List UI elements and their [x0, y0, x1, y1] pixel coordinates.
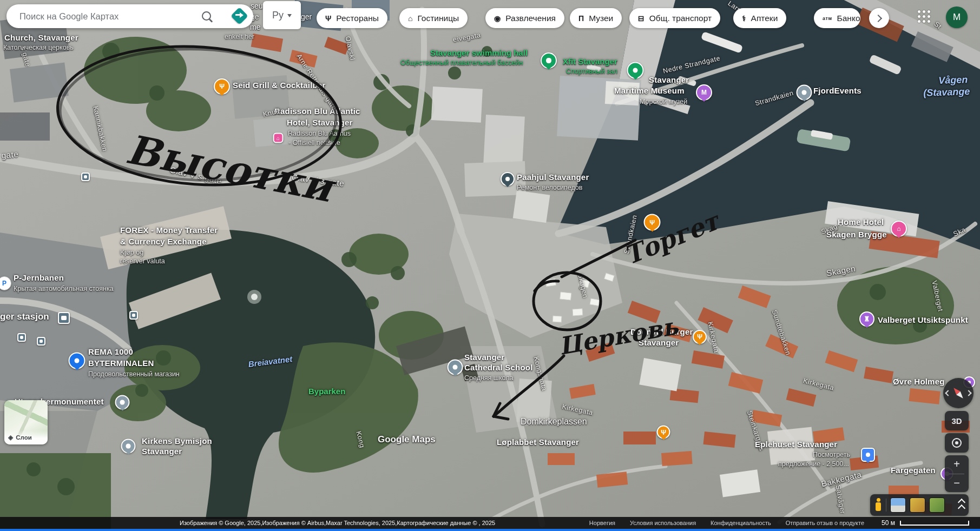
map-canvas[interactable]: Church, StavangerКатолическая церковьs g…	[0, 0, 980, 531]
street-olav-v-s-gate-1: Olav V s gate	[169, 165, 222, 185]
imagery-layer-thumbnail[interactable]	[910, 497, 925, 513]
pin-torget-restaurant[interactable]: Ψ	[644, 214, 661, 231]
search-icon[interactable]	[202, 11, 211, 21]
label-rema-2[interactable]: BYTERMINALEN	[88, 359, 154, 368]
streetview-layers-bar[interactable]	[870, 494, 969, 516]
pin-fjordevents[interactable]	[797, 85, 812, 101]
search-input[interactable]	[18, 11, 194, 22]
label-radisson-1[interactable]: Radisson Blu Atlantic	[274, 107, 360, 116]
label-paahjul-1[interactable]: Paahjul Stavanger	[517, 173, 589, 182]
pegman-icon[interactable]	[874, 498, 882, 512]
zoom-out-button[interactable]: −	[945, 474, 969, 493]
chip-restaurants[interactable]: Ψ Рестораны	[317, 8, 387, 28]
label-radisson-2[interactable]: Hotel, Stavanger	[287, 118, 353, 127]
street-skagen-market: Skagen	[576, 273, 588, 299]
directions-button[interactable]	[231, 7, 249, 25]
pin-valberget-tower[interactable]: ♜	[859, 311, 874, 327]
label-forex-1[interactable]: FOREX - Money Transfer	[120, 226, 218, 235]
street-olav-v-s-gate-2: Olav V s gate	[291, 173, 345, 188]
compass-control[interactable]	[943, 378, 974, 408]
streetview-layer-thumbnail[interactable]	[890, 497, 906, 513]
street-kirkegata-2: Kirkegata	[706, 321, 720, 354]
chip-museums[interactable]: Π Музеи	[570, 8, 622, 28]
footer-link-privacy[interactable]: Конфиденциальность	[711, 520, 771, 526]
label-rema-1[interactable]: REMA 1000	[88, 348, 133, 356]
label-cathedral-school-1[interactable]: Stavanger	[464, 353, 504, 362]
google-apps-icon[interactable]	[918, 10, 930, 23]
label-maritime-1[interactable]: Stavanger	[649, 76, 689, 84]
street-sundtebakken: Sundtebakken	[771, 309, 792, 356]
pin-seid-grill-restaurant[interactable]: Ψ	[214, 78, 230, 95]
footer-link-feedback[interactable]: Отправить отзыв о продукте	[786, 520, 864, 526]
chip-attractions[interactable]: ◉ Развлечения	[485, 8, 564, 28]
pin-xfit-gym[interactable]	[627, 62, 644, 79]
pin-rema-grocery[interactable]	[69, 353, 85, 369]
my-location-button[interactable]	[945, 433, 969, 453]
label-valberget-utsiktspunkt[interactable]: Valberget Utsiktspunkt	[878, 316, 968, 324]
zoom-in-button[interactable]: +	[945, 455, 969, 474]
pin-cathedral-school[interactable]	[448, 360, 463, 375]
pin-bus-stop-1[interactable]	[17, 333, 26, 342]
label-xfit[interactable]: Xfit Stavanger	[563, 57, 617, 66]
label-maritime-sub: Морской музей	[640, 98, 687, 105]
collapse-bar-button[interactable]	[959, 500, 964, 511]
label-maritime-2[interactable]: Maritime Museum	[614, 87, 685, 95]
label-swimming-hall[interactable]: Stavanger swimming hall	[430, 49, 528, 57]
label-home-hotel-1[interactable]: Home Hotel	[838, 218, 884, 227]
scale-label: 50 м	[882, 519, 895, 527]
label-fjordevents[interactable]: FjordEvents	[813, 87, 861, 95]
pin-eplehuset-shopping[interactable]	[861, 448, 875, 462]
chevron-right-icon	[874, 14, 882, 22]
pin-bus-stop-3[interactable]	[129, 311, 138, 320]
pin-kirkens-bymisjon[interactable]	[121, 439, 136, 454]
label-home-hotel-2[interactable]: Skagen Brygge	[826, 230, 887, 239]
pin-train-station[interactable]	[58, 312, 70, 324]
pin-swimming-hall[interactable]	[541, 52, 557, 69]
pin-dognvill-burger[interactable]: Ψ	[693, 330, 707, 344]
pin-restaurant-old-town[interactable]: Ψ	[657, 426, 670, 439]
label-kirkens-bymisjon-1[interactable]: Kirkens Bymisjon	[142, 437, 212, 446]
zoom-controls[interactable]: + −	[945, 455, 969, 492]
label-stavanger-stasjon[interactable]: ger stasjon	[0, 312, 49, 322]
street-gate-frag: gate	[1, 150, 19, 160]
pin-parking-jernbanen[interactable]: P	[0, 276, 11, 290]
label-dognvill-2[interactable]: Stavanger	[639, 338, 679, 347]
pin-utvandrermonumentet[interactable]	[115, 395, 130, 410]
chip-atms[interactable]: атм Банкома	[814, 8, 860, 28]
label-fargegaten[interactable]: Fargegaten	[891, 466, 936, 475]
terrain-layer-thumbnail[interactable]	[929, 497, 945, 513]
pin-bus-stop-2[interactable]	[37, 337, 45, 346]
pin-paahjul-bike-repair[interactable]	[501, 172, 515, 186]
label-rema-sub: Продовольственный магазин	[88, 371, 180, 378]
toggle-3d-button[interactable]: 3D	[945, 411, 969, 430]
search-bar[interactable]	[6, 4, 253, 28]
label-kirkens-bymisjon-2[interactable]: Stavanger	[142, 447, 182, 456]
label-forex-2[interactable]: & Currency Exchange	[120, 237, 207, 246]
pin-maritime-museum[interactable]: M	[696, 84, 712, 101]
account-avatar[interactable]: M	[946, 6, 968, 28]
language-selector[interactable]: Ру	[263, 1, 301, 29]
street-strandkaien-vertical: Strandkaien	[623, 214, 639, 254]
label-cathedral-school-2[interactable]: Cathedral School	[464, 363, 533, 372]
pin-radisson-hotel-badge[interactable]: ⌂	[273, 133, 284, 143]
chip-pharmacies[interactable]: ⚕ Аптеки	[733, 8, 786, 28]
chip-transit[interactable]: ⊟ Общ. транспорт	[629, 8, 720, 28]
street-ska-frag: Ska	[952, 227, 967, 238]
label-ovre-holmegate[interactable]: Øvre Holmeg	[893, 377, 945, 386]
layers-control[interactable]: Слои	[4, 400, 48, 444]
chips-scroll-right-button[interactable]	[869, 8, 889, 28]
chip-hotels[interactable]: ⌂ Гостиницы	[399, 8, 468, 28]
label-church-stavanger[interactable]: Church, Stavanger	[4, 34, 78, 42]
pin-bus-stop-4[interactable]	[81, 172, 90, 181]
map-scale: 50 м	[882, 519, 969, 527]
footer-link-terms[interactable]: Условия использования	[630, 520, 696, 526]
label-frag-me: me	[250, 23, 260, 31]
label-p-jernbanen[interactable]: P-Jernbanen	[14, 274, 64, 282]
label-dognvill-1[interactable]: Dognvill Burger	[630, 328, 693, 336]
footer-link-country[interactable]: Норвегия	[589, 520, 615, 526]
label-seid-grill[interactable]: Seid Grill & Cocktailbar	[233, 81, 326, 90]
pin-home-hotel[interactable]: ⌂	[891, 221, 907, 237]
label-loplabbet[interactable]: Løplabbet Stavanger	[497, 438, 579, 447]
label-eplehuset[interactable]: Eplehuset Stavanger	[755, 440, 837, 449]
camera-icon: ◉	[494, 14, 501, 23]
